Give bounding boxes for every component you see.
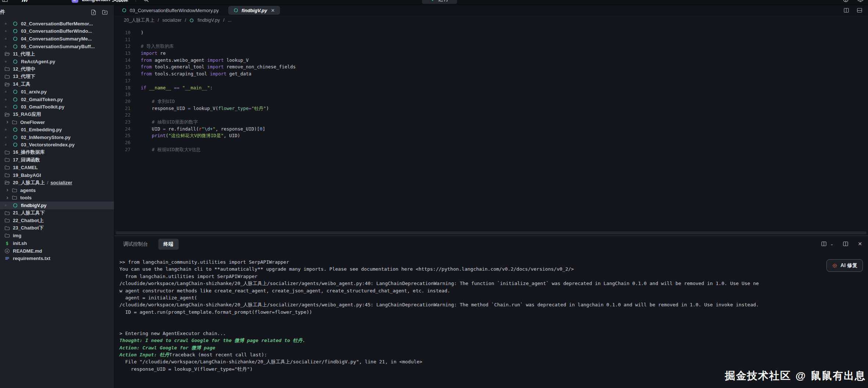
tree-item[interactable]: 04_ConversationSummaryMe... — [0, 35, 114, 43]
py-icon — [12, 59, 18, 64]
tree-item[interactable]: 02_GmailToken.py — [0, 96, 114, 103]
folder-icon — [4, 66, 10, 72]
terminal-line: /cloudide/workspace/LangChain-shizhanke/… — [119, 301, 868, 308]
sidebar-toggle-icon[interactable] — [1, 0, 8, 3]
tree-item[interactable]: 14_工具 — [0, 81, 114, 88]
folder-open-icon — [4, 180, 10, 185]
tree-item[interactable]: 13_代理下 — [0, 73, 114, 81]
tree-indent-dot — [5, 99, 7, 100]
titlebar: M LangChain 实战课 运行 — [0, 0, 868, 5]
folder-icon — [4, 165, 10, 170]
breadcrumb-symbol[interactable]: ... — [228, 18, 232, 23]
tree-item[interactable]: 01_Embedding.py — [0, 126, 114, 134]
tree-item[interactable]: $init.sh — [0, 239, 114, 247]
breadcrumb-file[interactable]: findbigV.py — [197, 18, 220, 23]
tree-item[interactable]: 23_Chatbot下 — [0, 224, 114, 232]
tree-item[interactable]: 21_人脉工具下 — [0, 209, 114, 217]
chevron-down-icon[interactable]: ⌄ — [830, 242, 833, 246]
chevron-right-icon[interactable] — [5, 188, 10, 192]
tree-item[interactable]: tools — [0, 194, 114, 202]
code-text: # 抽取UID里面的数字 — [141, 119, 198, 126]
close-icon[interactable]: ✕ — [271, 8, 275, 13]
editor-area: 03_ConversationBufferWindowMemory.py fin… — [114, 5, 868, 388]
tree-item-label: 01_arxiv.py — [21, 89, 47, 95]
tree-item[interactable]: 18_CAMEL — [0, 164, 114, 171]
run-button[interactable]: 运行 — [422, 0, 457, 4]
maximize-panel-icon[interactable] — [842, 241, 849, 247]
watermark-site: 掘金技术社区 — [725, 369, 791, 383]
code-line: 12# 导入所取的库 — [114, 43, 868, 50]
tree-item[interactable]: agents — [0, 186, 114, 194]
tree-item[interactable]: img — [0, 232, 114, 240]
code-text: import re — [141, 50, 166, 57]
line-number: 10 — [114, 29, 130, 36]
tree-item[interactable]: 12_代理中 — [0, 65, 114, 73]
tree-item[interactable]: README.md — [0, 247, 114, 255]
tree-item[interactable]: 19_BabyAGI — [0, 171, 114, 179]
tree-item-label: OneFlower — [20, 120, 45, 125]
terminal-output[interactable]: >> from langchain_community.utilities im… — [114, 253, 868, 388]
line-number: 21 — [114, 105, 130, 112]
tree-item[interactable]: 03_GmailToolkit.py — [0, 103, 114, 111]
breadcrumb[interactable]: 20_人脉工具上 / socializer / findbigV.py / ..… — [114, 15, 868, 25]
py-icon — [12, 36, 18, 42]
tree-item[interactable]: 03_ConversationBufferWindo... — [0, 28, 114, 35]
code-editor[interactable]: 10)1112# 导入所取的库13import re14from agents.… — [114, 25, 868, 235]
tree-item[interactable]: 01_arxiv.py — [0, 88, 114, 96]
split-editor-icon[interactable] — [843, 7, 850, 14]
split-terminal-icon[interactable] — [821, 241, 827, 247]
new-folder-icon[interactable] — [102, 9, 108, 15]
tab-findbigv[interactable]: findbigV.py ✕ — [228, 6, 280, 15]
close-panel-icon[interactable]: ✕ — [858, 241, 862, 247]
tree-indent-dot — [5, 23, 7, 25]
breadcrumb-separator: / — [223, 18, 224, 23]
tree-item[interactable]: 16_操作数据库 — [0, 149, 114, 156]
tree-item[interactable]: 11_代理上 — [0, 50, 114, 58]
tree-item[interactable]: 17_回调函数 — [0, 156, 114, 164]
breadcrumb-folder[interactable]: socializer — [162, 18, 182, 23]
tree-item[interactable]: 15_RAG应用 — [0, 111, 114, 118]
chevron-right-icon[interactable] — [5, 196, 10, 200]
tree-indent-dot — [5, 129, 7, 131]
folder-icon — [12, 120, 17, 125]
py-icon — [12, 97, 18, 102]
tree-item[interactable]: 03_VectorstoreIndex.py — [0, 141, 114, 149]
py-icon — [12, 89, 18, 95]
tab-03-conversationbufferwindowmemory[interactable]: 03_ConversationBufferWindowMemory.py — [116, 5, 224, 15]
tree-indent-dot — [5, 61, 7, 63]
tree-item[interactable]: ReActAgent.py — [0, 58, 114, 65]
code-text: ) — [141, 29, 144, 36]
tree-item[interactable]: 02_InMemoryStore.py — [0, 134, 114, 141]
chevron-right-icon[interactable] — [5, 120, 10, 124]
line-number: 22 — [114, 112, 130, 119]
py-icon — [12, 127, 18, 132]
code-line: 26 — [114, 139, 868, 146]
tree-item-label: 04_ConversationSummaryMe... — [21, 36, 92, 42]
tree-item[interactable]: 20_人脉工具上/socializer — [0, 179, 114, 186]
tree-item-label: 01_Embedding.py — [21, 127, 62, 132]
file-tree[interactable]: 02_ConversationBufferMemor...03_Conversa… — [0, 19, 114, 388]
tree-item[interactable]: OneFlower — [0, 118, 114, 126]
tab-debug-console[interactable]: 调试控制台 — [123, 241, 148, 248]
tree-item[interactable]: 02_ConversationBufferMemor... — [0, 20, 114, 28]
tree-item[interactable]: 22_Chatbot上 — [0, 217, 114, 224]
tree-item-label: 16_操作数据库 — [13, 149, 45, 156]
code-line: 19 — [114, 91, 868, 98]
screen-share-icon[interactable] — [857, 0, 864, 3]
search-icon[interactable] — [143, 0, 149, 3]
new-file-icon[interactable] — [90, 9, 97, 15]
tree-item[interactable]: findbigV.py — [0, 202, 114, 209]
tree-item[interactable]: requirements.txt — [0, 254, 114, 262]
line-number: 18 — [114, 85, 130, 92]
tree-item-label: 03_ConversationBufferWindo... — [21, 28, 92, 34]
layout-panel-icon[interactable] — [856, 7, 863, 14]
bottom-panel: 调试控制台 终端 ⌄ ✕ >> from langchain_com — [114, 235, 868, 388]
tab-terminal[interactable]: 终端 — [158, 239, 179, 250]
ai-fix-button[interactable]: AI 修复 — [826, 259, 863, 272]
horizontal-scrollbar[interactable] — [116, 231, 867, 234]
line-number: 16 — [114, 71, 130, 78]
tree-item[interactable]: 05_ConversationSummaryBuff... — [0, 43, 114, 50]
help-icon[interactable] — [842, 0, 849, 3]
explorer-title: 文件 — [0, 9, 5, 15]
breadcrumb-folder[interactable]: 20_人脉工具上 — [124, 17, 154, 24]
